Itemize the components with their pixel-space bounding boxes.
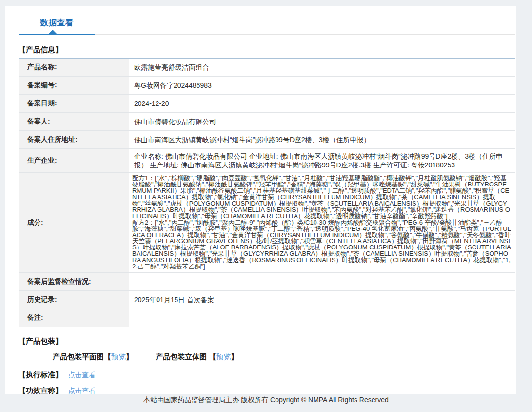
product-name-value: 欧露施莹亮舒缓洁面组合 (129, 59, 515, 76)
tab-data-view[interactable]: 数据查看 (19, 17, 95, 34)
record-date-label: 备案日期: (19, 95, 129, 112)
table-row-registrant: 备案人: 佛山市倩碧化妆品有限公司 (19, 113, 515, 131)
registrant-address-label: 备案人住所地址: (19, 131, 129, 148)
bracket-close: 】 (231, 352, 238, 361)
table-row-manufacturer: 生产企业: 企业名称: 佛山市倩碧化妆品有限公司 企业地址: 佛山市南海区大沥镇… (19, 149, 515, 173)
packaging-3d-label: 产品包装立体图 (156, 352, 209, 361)
execution-standard-view-link[interactable]: 点击查看 (68, 371, 96, 379)
table-row-ingredients: 成分: 配方1：["水","棕榈酸","硬脂酸","肉豆蔻酸","氢氧化钾","… (19, 173, 515, 273)
record-date-value: 2024-12-20 (129, 95, 515, 112)
post-supervision-value (129, 273, 515, 290)
table-row-registrant-address: 备案人住所地址: 佛山市南海区大沥镇黄岐泌冲村“烟斗岗”泌冲路99号D座2楼、3… (19, 131, 515, 149)
tabbar: 数据查看 (5, 6, 516, 34)
efficacy-claim-view-link[interactable]: 点击查看 (68, 387, 96, 394)
table-row-record-number: 备案编号: 粤G妆网备字2024486983 (19, 77, 515, 95)
product-info-table: 产品名称: 欧露施莹亮舒缓洁面组合 备案编号: 粤G妆网备字2024486983… (19, 58, 515, 327)
registrant-address-value: 佛山市南海区大沥镇黄岐泌冲村“烟斗岗”泌冲路99号D座2楼、3楼（住所申报） (129, 131, 515, 148)
table-row-remarks: 备注: (19, 309, 515, 327)
tab-underline (19, 34, 515, 35)
ingredients-value: 配方1：["水","棕榈酸","硬脂酸","肉豆蔻酸","氢氧化钾","甘油",… (129, 173, 515, 272)
footer-copyright: 本站由国家药品监督管理局主办 版权所有 Copyright © NMPA All… (0, 396, 532, 405)
manufacturer-value: 企业名称: 佛山市倩碧化妆品有限公司 企业地址: 佛山市南海区大沥镇黄岐泌冲村“… (129, 149, 515, 172)
table-row-record-date: 备案日期: 2024-12-20 (19, 95, 515, 113)
bracket-open: 【 (209, 352, 216, 361)
packaging-flat-label: 产品包装平面图 (53, 352, 104, 361)
packaging-flat-item: 产品包装平面图【预览】 (53, 352, 133, 362)
packaging-section-title: 【产品包装】 (19, 337, 516, 346)
registrant-value: 佛山市倩碧化妆品有限公司 (129, 113, 515, 130)
packaging-3d-preview-link[interactable]: 预览 (216, 352, 231, 361)
remarks-value (129, 309, 515, 327)
record-number-label: 备案编号: (19, 77, 129, 94)
product-name-label: 产品名称: (19, 59, 129, 76)
table-row-post-supervision: 备案后监督检查情况: (19, 273, 515, 291)
history-value: 2025年01月15日 首次备案 (129, 291, 515, 309)
packaging-row: 产品包装平面图【预览】 产品包装立体图 【预览】 (53, 352, 516, 362)
efficacy-claim-row: 【功效宣称】点击查看 (19, 386, 516, 395)
table-row-history: 历史记录: 2025年01月15日 首次备案 (19, 291, 515, 309)
post-supervision-label: 备案后监督检查情况: (19, 273, 129, 290)
ingredients-label: 成分: (19, 173, 129, 272)
efficacy-claim-title: 【功效宣称】 (19, 386, 62, 394)
tab-active-indicator (19, 34, 95, 35)
bracket-close: 】 (126, 352, 133, 361)
product-info-section-title: 【产品信息】 (19, 45, 516, 55)
packaging-3d-item: 产品包装立体图 【预览】 (156, 352, 238, 362)
bracket-open: 【 (104, 352, 111, 361)
packaging-flat-preview-link[interactable]: 预览 (111, 352, 126, 361)
execution-standard-row: 【执行标准】点击查看 (19, 371, 516, 380)
tab-active-triangle-icon (49, 30, 57, 34)
record-number-value: 粤G妆网备字2024486983 (129, 77, 515, 94)
history-label: 历史记录: (19, 291, 129, 309)
execution-standard-title: 【执行标准】 (19, 371, 62, 379)
manufacturer-label: 生产企业: (19, 149, 129, 172)
content-card: 数据查看 【产品信息】 产品名称: 欧露施莹亮舒缓洁面组合 备案编号: 粤G妆网… (5, 6, 516, 394)
registrant-label: 备案人: (19, 113, 129, 130)
remarks-label: 备注: (19, 309, 129, 327)
table-row-product-name: 产品名称: 欧露施莹亮舒缓洁面组合 (19, 59, 515, 77)
